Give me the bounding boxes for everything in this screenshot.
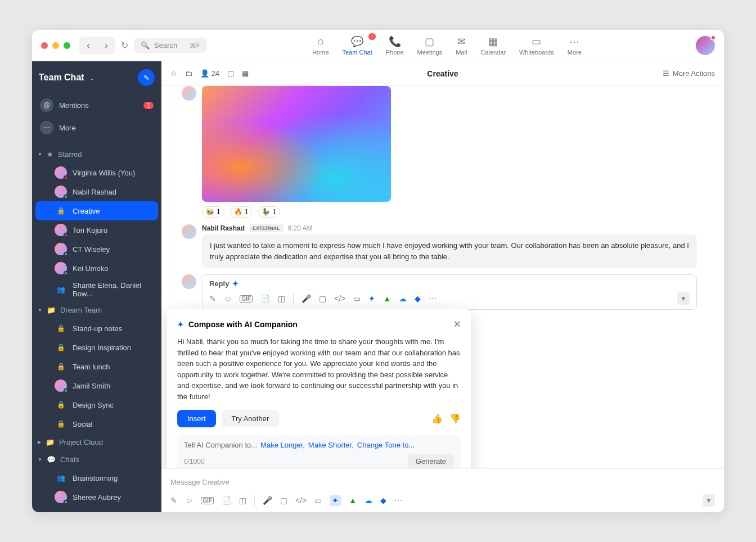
video-clip-icon[interactable]: ▢ [319,294,326,303]
screenshot-icon[interactable]: ◫ [239,496,246,505]
sidebar-more[interactable]: ⋯ More [32,116,161,139]
ai-sparkle-icon[interactable]: ✦ [330,495,341,506]
more-actions-button[interactable]: More Actions [673,69,715,78]
send-filter-icon[interactable]: ▼ [677,292,690,305]
sidebar-item-social[interactable]: 🔒Social [35,414,158,433]
sidebar-item-standup[interactable]: 🔒Stand-up notes [35,319,158,338]
gif-icon[interactable]: GIF [240,295,253,302]
suggestion-change-tone[interactable]: Change Tone to... [357,441,415,449]
sidebar-item-brainstorming[interactable]: 👥Brainstorming [35,468,158,487]
tab-whiteboards[interactable]: ▭Whiteboards [519,35,554,56]
reaction[interactable]: 🔥1 [230,206,253,218]
screen-icon[interactable]: ▭ [353,294,361,303]
sidebar-item-creative[interactable]: 🔒Creative [35,201,158,220]
audio-icon[interactable]: 🎤 [302,294,311,303]
folder-open-icon[interactable]: 🗀 [185,69,192,78]
reaction[interactable]: 🦆1 [258,206,280,218]
file-icon[interactable]: 📄 [260,294,270,303]
tab-home[interactable]: ⌂Home [312,35,328,56]
nav-forward-button[interactable]: › [98,38,114,53]
format-icon[interactable]: ✎ [170,496,177,505]
thumbs-up-icon[interactable]: 👍 [431,413,443,424]
ai-generated-text: Hi Nabil, thank you so much for taking t… [177,336,461,402]
more-apps-icon[interactable]: ⋯ [394,496,402,505]
sidebar-item-tori[interactable]: Tori Kojuro [35,220,158,240]
profile-avatar[interactable] [696,36,715,55]
thumbs-down-icon[interactable]: 👎 [449,413,461,424]
onedrive-icon[interactable]: ☁ [364,496,372,505]
sidebar-item-virginia[interactable]: Virginia Willis (You) [35,163,158,182]
composer-input[interactable]: Message Creative [170,475,715,490]
sidebar-item-sheree[interactable]: Sheree Aubrey [35,487,158,507]
file-icon[interactable]: 📄 [222,496,231,505]
code-icon[interactable]: </> [334,294,345,303]
emoji-icon[interactable]: ☺ [185,496,193,505]
history-button[interactable]: ↻ [121,40,128,51]
more-apps-icon[interactable]: ⋯ [429,294,436,303]
close-icon[interactable]: ✕ [453,319,461,329]
sidebar-item-design-sync[interactable]: 🔒Design Sync [35,395,158,414]
search-input[interactable]: 🔍 Search ⌘F [134,38,207,53]
tab-calendar[interactable]: ▦Calendar [480,35,506,56]
top-tabs: ⌂Home 💬1Team Chat 📞Phone ▢Meetings ✉Mail… [312,35,582,56]
sidebar-item-kei[interactable]: Kei Umeko [35,259,158,278]
format-icon[interactable]: ✎ [209,294,216,303]
tab-meetings[interactable]: ▢Meetings [417,35,443,56]
tab-team-chat[interactable]: 💬1Team Chat [343,35,372,56]
image-attachment[interactable] [202,86,391,202]
section-project-cloud[interactable]: ▶📁Project Cloud [32,433,161,451]
sidebar-item-group1[interactable]: 👥Shante Elena, Daniel Bow... [35,278,158,301]
insert-button[interactable]: Insert [177,410,216,427]
sidebar-mentions[interactable]: @ Mentions 1 [32,94,161,116]
try-another-button[interactable]: Try Another [222,410,280,427]
tab-phone[interactable]: 📞Phone [386,35,404,56]
drive-icon[interactable]: ▲ [349,496,357,505]
ai-sparkle-icon[interactable]: ✦ [368,294,375,303]
nav-back-button[interactable]: ‹ [80,38,96,53]
drive-icon[interactable]: ▲ [383,294,391,303]
video-clip-icon[interactable]: ▢ [280,496,287,505]
section-dream-team[interactable]: ▼📁Dream Team [32,301,161,319]
box-icon[interactable]: ◆ [415,294,421,303]
screenshot-icon[interactable]: ◫ [278,294,285,303]
onedrive-icon[interactable]: ☁ [399,294,407,303]
message-avatar[interactable] [182,86,196,101]
suggestion-make-shorter[interactable]: Make Shorter, [308,441,354,449]
tab-more[interactable]: ⋯More [568,35,582,56]
sidebar-item-design-insp[interactable]: 🔒Design Inspiration [35,338,158,357]
list-icon[interactable]: ☰ [663,69,669,78]
section-starred[interactable]: ▼★Starred [32,146,161,163]
video-call-icon[interactable]: ▢ [227,69,234,78]
section-chats[interactable]: ▼💬Chats [32,451,161,468]
box-icon[interactable]: ◆ [380,496,386,505]
message-author[interactable]: Nabil Rashad [202,224,245,232]
code-icon[interactable]: </> [295,496,307,505]
members-count[interactable]: 👤 24 [200,69,219,78]
close-window-button[interactable] [41,42,48,49]
screen-icon[interactable]: ▭ [314,496,322,505]
send-filter-icon[interactable]: ▼ [703,494,715,507]
tab-mail[interactable]: ✉Mail [456,35,467,56]
mail-icon: ✉ [457,35,466,48]
star-outline-icon[interactable]: ☆ [170,69,177,78]
lock-icon: 🔒 [55,399,67,411]
compose-button[interactable]: ✎ [138,69,155,86]
suggestion-make-longer[interactable]: Make Longer, [260,441,305,449]
reaction[interactable]: 🐝1 [202,206,224,218]
maximize-window-button[interactable] [64,42,70,49]
sidebar-item-team-lunch[interactable]: 🔒Team lunch [35,357,158,376]
reply-box[interactable]: Reply✦ ✎ ☺ GIF 📄 ◫ 🎤 ▢ </> ▭ ✦ [202,274,697,310]
generate-button[interactable]: Generate [408,454,454,468]
emoji-icon[interactable]: ☺ [224,294,232,303]
channel-title: Creative [427,69,458,78]
calendar-icon[interactable]: ▦ [242,69,249,78]
sidebar-item-nabil[interactable]: Nabil Rashad [35,182,158,201]
message-avatar[interactable] [182,224,196,239]
gif-icon[interactable]: GIF [201,497,214,504]
chevron-down-icon[interactable]: ⌄ [89,74,95,82]
sidebar-item-ct[interactable]: CT Wiseley [35,240,158,259]
sidebar-item-jamil[interactable]: Jamil Smith [35,376,158,395]
audio-icon[interactable]: 🎤 [263,496,272,505]
minimize-window-button[interactable] [52,42,59,49]
sidebar-item-design-syncs[interactable]: 👥Design syncs [35,507,158,512]
